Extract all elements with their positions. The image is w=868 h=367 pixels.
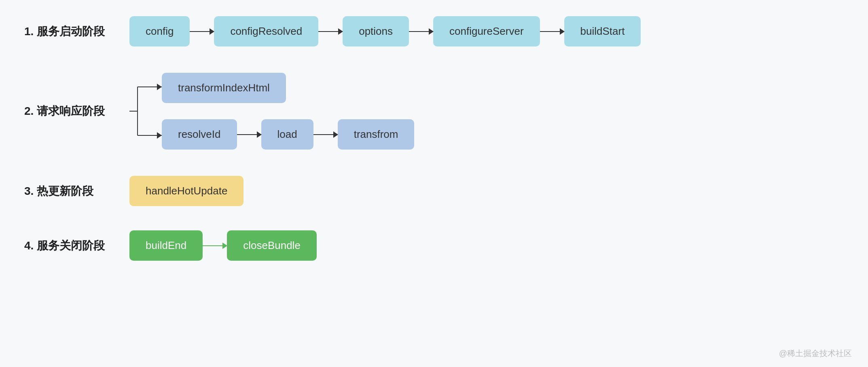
arrow-resolve-load (237, 134, 261, 135)
section-2: 2. 请求响应阶段 transformIndexHtml resolv (24, 71, 844, 152)
node-transformIndexHtml: transformIndexHtml (162, 73, 286, 103)
section-3-flow: handleHotUpdate (129, 176, 243, 206)
node-configureServer: configureServer (433, 16, 540, 46)
node-config: config (129, 16, 190, 46)
section-3: 3. 热更新阶段 handleHotUpdate (24, 176, 844, 206)
node-configResolved: configResolved (214, 16, 318, 46)
node-buildEnd: buildEnd (129, 230, 203, 261)
section-1-flow: config configResolved options configureS… (129, 16, 641, 46)
branch-rows: transformIndexHtml resolveId load transf… (162, 73, 414, 150)
section-3-label: 3. 热更新阶段 (24, 184, 129, 199)
section-1-label: 1. 服务启动阶段 (24, 24, 129, 39)
section-2-wrapper: transformIndexHtml resolveId load transf… (129, 71, 414, 152)
node-closeBundle: closeBundle (227, 230, 317, 261)
section-4: 4. 服务关闭阶段 buildEnd closeBundle (24, 230, 844, 261)
section-4-flow: buildEnd closeBundle (129, 230, 317, 261)
arrow-3 (409, 31, 433, 32)
section-2-label: 2. 请求响应阶段 (24, 103, 129, 119)
section-4-label: 4. 服务关闭阶段 (24, 238, 129, 253)
branch-row-bottom: resolveId load transfrom (162, 119, 414, 150)
node-options: options (343, 16, 409, 46)
arrow-1 (190, 31, 214, 32)
arrow-load-transfrom (313, 134, 338, 135)
node-transfrom: transfrom (338, 119, 415, 150)
branch-row-top: transformIndexHtml (162, 73, 414, 103)
svg-marker-3 (157, 84, 162, 90)
node-handleHotUpdate: handleHotUpdate (129, 176, 243, 206)
section-1: 1. 服务启动阶段 config configResolved options … (24, 16, 844, 46)
node-resolveId: resolveId (162, 119, 237, 150)
svg-marker-6 (157, 132, 162, 139)
arrow-4 (540, 31, 564, 32)
watermark: @稀土掘金技术社区 (779, 348, 852, 359)
arrow-green-1 (203, 245, 227, 246)
node-load: load (261, 119, 313, 150)
branch-svg (129, 71, 162, 152)
node-buildStart: buildStart (564, 16, 641, 46)
arrow-2 (318, 31, 343, 32)
